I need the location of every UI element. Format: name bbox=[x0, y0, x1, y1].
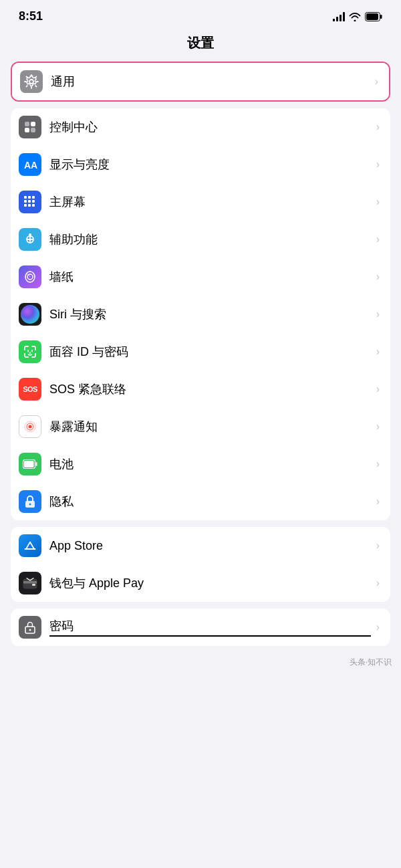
svg-rect-36 bbox=[23, 581, 37, 584]
svg-rect-2 bbox=[380, 15, 382, 19]
svg-rect-30 bbox=[24, 461, 34, 467]
display-icon: AA bbox=[19, 153, 41, 176]
svg-rect-11 bbox=[32, 196, 35, 199]
exposure-label: 暴露通知 bbox=[49, 419, 371, 435]
exposure-icon bbox=[19, 415, 41, 438]
battery-settings-icon bbox=[19, 453, 41, 475]
privacy-label: 隐私 bbox=[49, 494, 371, 510]
general-icon bbox=[20, 70, 43, 93]
general-label: 通用 bbox=[51, 74, 370, 90]
battery-icon bbox=[365, 12, 382, 21]
sidebar-item-privacy[interactable]: 隐私 › bbox=[11, 483, 390, 520]
highlighted-group: 通用 › bbox=[11, 62, 390, 102]
sidebar-item-accessibility[interactable]: 辅助功能 › bbox=[11, 221, 390, 258]
sos-icon: SOS bbox=[19, 378, 41, 401]
settings-group-3: 密码 › bbox=[11, 609, 390, 646]
svg-rect-9 bbox=[24, 196, 27, 199]
wallpaper-icon bbox=[19, 265, 41, 288]
face-id-label: 面容 ID 与密码 bbox=[49, 344, 371, 360]
sidebar-item-sos[interactable]: SOS SOS 紧急联络 › bbox=[11, 370, 390, 408]
password-icon bbox=[19, 616, 41, 639]
page-title: 设置 bbox=[0, 29, 401, 62]
sidebar-item-control-center[interactable]: 控制中心 › bbox=[11, 108, 390, 146]
privacy-icon bbox=[19, 490, 41, 513]
svg-rect-16 bbox=[28, 204, 31, 207]
sidebar-item-battery[interactable]: 电池 › bbox=[11, 445, 390, 483]
svg-rect-17 bbox=[32, 204, 35, 207]
settings-group-1: 控制中心 › AA 显示与亮度 › 主屏幕 › bbox=[11, 108, 390, 520]
status-icons bbox=[333, 12, 382, 21]
battery-label: 电池 bbox=[49, 456, 371, 472]
control-center-label: 控制中心 bbox=[49, 119, 371, 135]
general-chevron: › bbox=[375, 76, 378, 88]
svg-rect-31 bbox=[36, 462, 37, 466]
svg-rect-13 bbox=[28, 200, 31, 203]
face-id-icon bbox=[19, 340, 41, 363]
svg-rect-7 bbox=[31, 128, 35, 132]
siri-icon bbox=[19, 303, 41, 326]
control-center-icon bbox=[19, 116, 41, 138]
svg-rect-15 bbox=[24, 204, 27, 207]
sidebar-item-display[interactable]: AA 显示与亮度 › bbox=[11, 146, 390, 183]
sidebar-item-wallet[interactable]: 钱包与 Apple Pay › bbox=[11, 564, 390, 602]
home-screen-label: 主屏幕 bbox=[49, 194, 371, 210]
app-store-label: App Store bbox=[49, 539, 371, 553]
sidebar-item-password[interactable]: 密码 › bbox=[11, 609, 390, 646]
display-label: 显示与亮度 bbox=[49, 156, 371, 173]
sos-label: SOS 紧急联络 bbox=[49, 381, 371, 397]
svg-rect-1 bbox=[366, 13, 378, 20]
password-label: 密码 bbox=[49, 618, 371, 637]
svg-rect-4 bbox=[25, 122, 29, 126]
sidebar-item-general[interactable]: 通用 › bbox=[12, 63, 389, 100]
siri-label: Siri 与搜索 bbox=[49, 306, 371, 322]
status-bar: 8:51 bbox=[0, 0, 401, 29]
svg-rect-5 bbox=[25, 128, 29, 132]
svg-point-3 bbox=[29, 80, 33, 84]
signal-icon bbox=[333, 12, 345, 21]
svg-rect-37 bbox=[32, 584, 35, 586]
accessibility-icon bbox=[19, 228, 41, 251]
wifi-icon bbox=[349, 12, 361, 21]
sidebar-item-app-store[interactable]: App Store › bbox=[11, 527, 390, 564]
wallet-icon bbox=[19, 572, 41, 594]
svg-point-26 bbox=[29, 425, 32, 429]
svg-point-39 bbox=[29, 629, 31, 631]
sidebar-item-wallpaper[interactable]: 墙纸 › bbox=[11, 258, 390, 296]
svg-rect-10 bbox=[28, 196, 31, 199]
settings-group-2: App Store › 钱包与 Apple Pay › bbox=[11, 527, 390, 602]
home-screen-icon bbox=[19, 191, 41, 213]
sidebar-item-exposure[interactable]: 暴露通知 › bbox=[11, 408, 390, 445]
accessibility-label: 辅助功能 bbox=[49, 231, 371, 247]
wallpaper-label: 墙纸 bbox=[49, 269, 371, 285]
wallet-label: 钱包与 Apple Pay bbox=[49, 575, 371, 591]
sidebar-item-home-screen[interactable]: 主屏幕 › bbox=[11, 183, 390, 221]
svg-point-33 bbox=[29, 504, 31, 506]
svg-text:AA: AA bbox=[24, 160, 37, 171]
svg-rect-12 bbox=[24, 200, 27, 203]
sidebar-item-face-id[interactable]: 面容 ID 与密码 › bbox=[11, 333, 390, 370]
svg-rect-14 bbox=[32, 200, 35, 203]
svg-rect-6 bbox=[31, 122, 35, 126]
status-time: 8:51 bbox=[19, 9, 43, 23]
sidebar-item-siri[interactable]: Siri 与搜索 › bbox=[11, 296, 390, 333]
watermark: 头条·知不识 bbox=[0, 653, 401, 672]
app-store-icon bbox=[19, 534, 41, 557]
